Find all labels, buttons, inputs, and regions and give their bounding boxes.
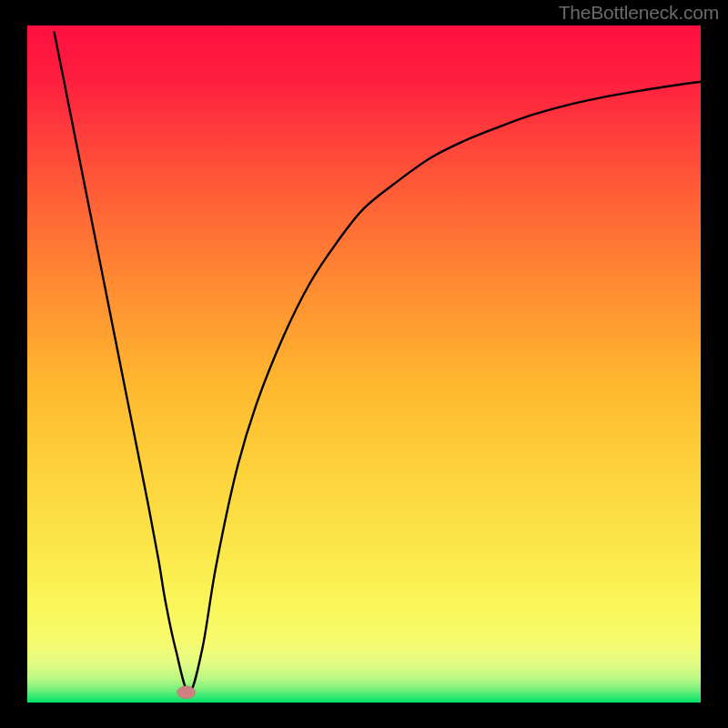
chart-plot-area: [27, 25, 701, 703]
watermark-text: TheBottleneck.com: [559, 2, 719, 24]
chart-container: TheBottleneck.com: [0, 0, 728, 728]
chart-svg: [0, 0, 728, 728]
chart-marker: [177, 686, 196, 699]
